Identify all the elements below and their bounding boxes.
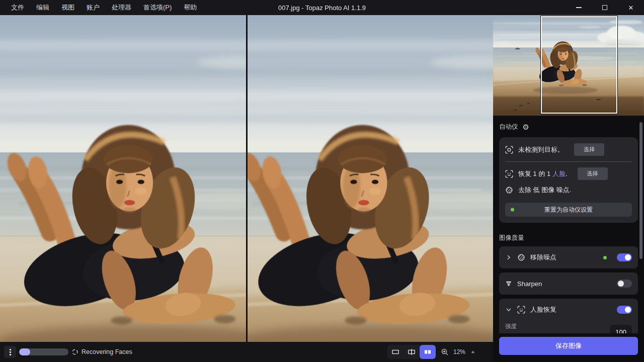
panel-remove-noise-header[interactable]: 移除噪点 (499, 246, 638, 268)
compare-canvas (0, 15, 493, 342)
menu-processor[interactable]: 处理器 (106, 0, 137, 15)
panel-sharpen-header[interactable]: Sharpen (499, 273, 638, 295)
strength-value-input[interactable]: 100 (610, 325, 632, 334)
navigator-viewport[interactable] (541, 16, 617, 114)
panel-face-recovery: 人脸恢复 强度 100 1人脸选择 选择 (499, 299, 638, 333)
minimize-button[interactable] (566, 0, 592, 15)
kebab-menu-button[interactable] (4, 346, 16, 358)
remove-noise-label: 移除噪点 (530, 253, 598, 262)
select-face-button[interactable]: 选择 (578, 167, 608, 180)
window-title: 007.jpg - Topaz Photo AI 1.1.9 (278, 4, 366, 12)
gear-icon[interactable]: ⚙ (523, 123, 529, 131)
face-detect-icon (505, 170, 513, 178)
autopilot-row-no-target: 未检测到目标。 选择 (505, 143, 632, 156)
sharpen-label: Sharpen (517, 280, 612, 288)
menu-preferences[interactable]: 首选项(P) (137, 0, 178, 15)
spinner-icon (71, 348, 78, 355)
right-panel: 自动仪 ⚙ 未检测到目标。 选择 (493, 15, 644, 362)
menu-help[interactable]: 帮助 (178, 0, 203, 15)
sharpen-icon (505, 280, 512, 287)
progress-bar (19, 348, 68, 355)
autopilot-active-dot (603, 256, 607, 259)
view-mode-group (387, 345, 436, 359)
menu-view[interactable]: 视图 (55, 0, 80, 15)
triangle-up-icon (470, 349, 476, 355)
maximize-button[interactable] (592, 0, 618, 15)
processing-status-text: Recovering Faces (82, 342, 132, 362)
face-count-link[interactable]: 人脸 (552, 170, 566, 177)
save-image-button[interactable]: 保存图像 (499, 337, 638, 355)
titlebar: 文件 编辑 视图 账户 处理器 首选项(P) 帮助 007.jpg - Topa… (0, 0, 644, 15)
image-view-processed[interactable] (246, 15, 494, 342)
side-by-side-view-button[interactable] (420, 345, 436, 359)
single-view-button[interactable] (387, 345, 404, 359)
autopilot-title: 自动仪 (499, 123, 518, 131)
menu-bar: 文件 编辑 视图 账户 处理器 首选项(P) 帮助 (0, 0, 203, 15)
zoom-level-text: 12% (453, 348, 465, 355)
zoom-in-icon (441, 348, 449, 356)
strength-label: 强度 (505, 323, 604, 330)
maximize-icon (602, 5, 607, 10)
settings-scroll-area: 自动仪 ⚙ 未检测到目标。 选择 (493, 116, 644, 333)
autopilot-row-denoise: 去除 低 图像 噪点. (505, 184, 632, 196)
face-recovery-label: 人脸恢复 (530, 305, 612, 314)
image-quality-title: 图像质量 (499, 234, 638, 242)
noise-icon (517, 253, 525, 261)
autopilot-header: 自动仪 ⚙ (499, 123, 638, 131)
noise-icon (505, 186, 513, 194)
select-target-button[interactable]: 选择 (574, 143, 604, 156)
split-view-button[interactable] (404, 345, 420, 359)
face-recovery-settings: 强度 100 1人脸选择 选择 (499, 321, 638, 333)
close-icon: ✕ (628, 5, 634, 11)
menu-account[interactable]: 账户 (80, 0, 106, 15)
zoom-control[interactable]: 12% (441, 345, 476, 359)
target-detect-icon (505, 146, 513, 154)
divider (505, 161, 632, 162)
split-view-icon (408, 348, 416, 356)
panel-remove-noise: 移除噪点 (499, 246, 638, 268)
image-view-original[interactable] (0, 15, 246, 342)
panel-sharpen: Sharpen (499, 273, 638, 295)
single-view-icon (391, 348, 399, 356)
status-bar: Recovering Faces 12% (0, 342, 493, 362)
chevron-right-icon (505, 254, 512, 261)
chevron-down-icon (505, 306, 512, 313)
menu-edit[interactable]: 编辑 (30, 0, 55, 15)
side-by-side-view-icon (424, 348, 432, 356)
navigator-thumbnail[interactable] (493, 15, 644, 116)
no-target-text: 未检测到目标。 (518, 145, 564, 154)
face-recovery-toggle[interactable] (617, 306, 632, 314)
autopilot-status-dot (511, 208, 514, 212)
denoise-text: 去除 低 图像 噪点. (518, 186, 571, 195)
minimize-icon (576, 7, 582, 8)
progress-fill (19, 348, 30, 355)
remove-noise-toggle[interactable] (617, 253, 632, 261)
panel-scrollbar[interactable] (639, 122, 642, 259)
face-restore-text: 恢复 1 的 1 人脸. (518, 169, 568, 178)
autopilot-card: 未检测到目标。 选择 恢复 1 的 1 人脸. 选择 (499, 137, 638, 223)
close-button[interactable]: ✕ (618, 0, 644, 15)
window-controls: ✕ (566, 0, 644, 15)
reset-autopilot-button[interactable]: 重置为自动仪设置 (505, 203, 632, 217)
menu-file[interactable]: 文件 (5, 0, 30, 15)
panel-face-recovery-header[interactable]: 人脸恢复 (499, 299, 638, 321)
face-recovery-icon (517, 306, 525, 314)
sharpen-toggle[interactable] (617, 280, 632, 288)
autopilot-row-face: 恢复 1 的 1 人脸. 选择 (505, 167, 632, 180)
